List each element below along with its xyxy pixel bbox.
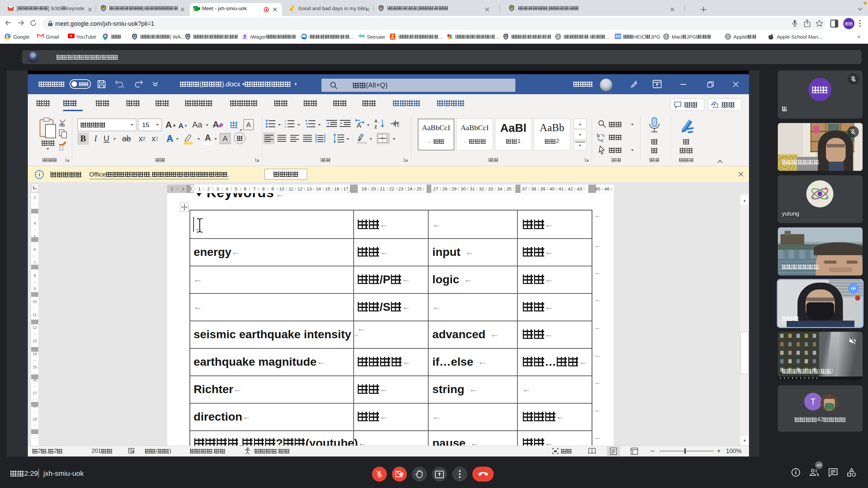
svg-text:¶: ¶: [396, 121, 399, 128]
svg-text:A: A: [374, 119, 378, 124]
svg-text:HEIC: HEIC: [616, 35, 620, 37]
svg-text:c: c: [601, 137, 604, 143]
svg-text:b: b: [597, 133, 600, 138]
svg-text:A: A: [357, 122, 361, 128]
svg-text:3.: 3.: [284, 125, 287, 128]
svg-text:2.: 2.: [284, 122, 287, 125]
svg-text:Z: Z: [374, 124, 377, 129]
svg-text:1.: 1.: [284, 119, 287, 122]
svg-text:A: A: [213, 119, 219, 129]
